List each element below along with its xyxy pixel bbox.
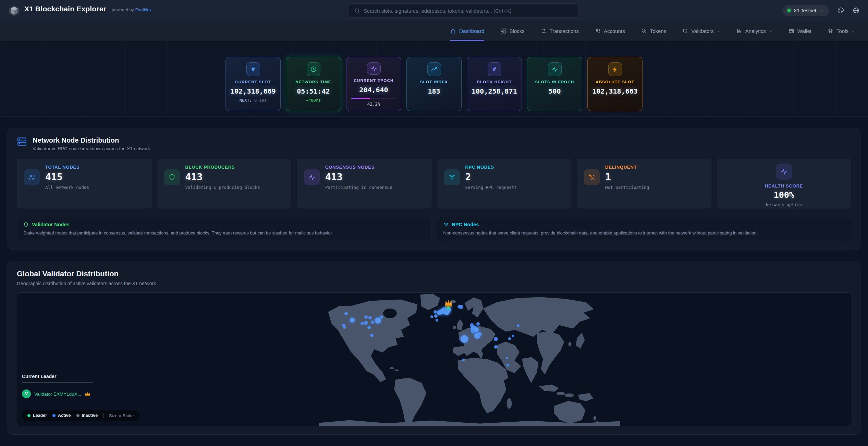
nav-item-accounts[interactable]: Accounts	[595, 21, 625, 41]
nav-item-dashboard[interactable]: Dashboard	[450, 21, 484, 41]
validator-dot[interactable]	[364, 321, 368, 325]
palette-icon[interactable]	[837, 7, 844, 14]
node-distribution-panel: Network Node Distribution Validator vs R…	[8, 128, 860, 250]
stat-value: 100,258,871	[472, 87, 517, 95]
validator-dot[interactable]	[506, 364, 509, 366]
validator-dot[interactable]	[368, 316, 372, 320]
node-card-label: HEALTH SCORE	[765, 183, 803, 189]
validator-dot[interactable]	[474, 327, 479, 332]
epoch-progress-bar	[351, 98, 396, 99]
validator-dot[interactable]	[380, 315, 383, 319]
validator-dot[interactable]	[478, 332, 482, 336]
validator-dot[interactable]	[367, 326, 371, 329]
stat-sub: NEXT: 0.19s	[240, 98, 267, 103]
validator-dot[interactable]	[506, 357, 508, 359]
node-card-value: 415	[45, 171, 89, 183]
validator-dot[interactable]	[512, 335, 514, 337]
stat-value: 102,318,663	[592, 87, 637, 95]
node-card-desc: Not participating	[605, 185, 649, 190]
stat-card-current-slot: # CURRENT SLOT 102,318,669 NEXT: 0.19s	[225, 57, 281, 111]
validator-dot[interactable]	[364, 315, 368, 319]
nav-item-tokens[interactable]: Tokens	[641, 21, 667, 41]
validator-dot[interactable]	[375, 317, 381, 324]
network-selector[interactable]: X1 Testnet	[782, 5, 829, 16]
validator-dot[interactable]	[371, 321, 374, 324]
node-card-desc: Serving RPC requests	[465, 185, 517, 190]
legend-item-active: Active	[52, 413, 71, 418]
validator-dot[interactable]	[517, 324, 519, 327]
validator-dot[interactable]	[508, 337, 511, 340]
main-nav: Dashboard Blocks Transactions Accounts T…	[0, 21, 868, 41]
nav-item-transactions[interactable]: Transactions	[541, 21, 579, 41]
nav-item-analytics[interactable]: Analytics	[736, 21, 772, 41]
node-card-consensus-nodes: CONSENSUS NODES 413 Participating in con…	[297, 159, 431, 208]
nav-item-blocks[interactable]: Blocks	[500, 21, 524, 41]
validator-dot[interactable]	[434, 314, 438, 318]
validator-dot[interactable]	[343, 326, 346, 329]
legend-item-inactive: Inactive	[76, 413, 98, 418]
header: X1 Blockchain Explorer powered byFortibl…	[0, 0, 868, 21]
users-icon	[24, 169, 40, 185]
current-leader-overlay: Current Leader V Validator EXMYLduX...	[22, 374, 101, 398]
node-card-desc: Validating & producing blocks	[185, 185, 260, 190]
validator-dot[interactable]	[461, 335, 468, 343]
current-leader-heading: Current Leader	[22, 374, 101, 379]
world-map-svg	[319, 293, 620, 426]
search-bar[interactable]	[349, 3, 578, 18]
crown-icon	[85, 391, 90, 397]
hash-icon: #	[488, 62, 501, 76]
node-info-row: Validator Nodes Stake-weighted nodes tha…	[17, 217, 851, 241]
validator-dot[interactable]	[360, 322, 364, 325]
globe-icon[interactable]	[853, 7, 860, 14]
validator-dot[interactable]	[370, 334, 374, 337]
shield-icon	[23, 222, 29, 227]
chevron-down-icon	[768, 29, 772, 33]
current-leader-name[interactable]: Validator EXMYLduX...	[34, 391, 81, 397]
node-card-health-score: HEALTH SCORE 100% Network uptime	[717, 159, 852, 208]
current-leader-row[interactable]: V Validator EXMYLduX...	[22, 389, 101, 398]
stat-value: 204,640	[359, 86, 388, 94]
legend-item-leader: Leader	[27, 413, 47, 418]
chevron-down-icon	[716, 29, 720, 33]
tokens-icon	[641, 28, 647, 34]
validator-dot[interactable]	[462, 359, 465, 361]
section-subtitle: Geographic distribution of active valida…	[17, 281, 851, 286]
validator-dot[interactable]	[433, 310, 437, 314]
info-title-row: RPC Nodes	[443, 222, 845, 227]
validator-dot[interactable]	[494, 337, 498, 341]
header-actions: X1 Testnet	[782, 5, 860, 16]
validator-dot[interactable]	[430, 315, 433, 318]
info-desc: Non-consensus nodes that serve client re…	[443, 230, 845, 236]
cube-logo-icon[interactable]	[8, 5, 20, 16]
divider	[22, 382, 93, 383]
validator-nodes-info: Validator Nodes Stake-weighted nodes tha…	[17, 217, 431, 241]
network-name: X1 Testnet	[794, 8, 816, 13]
validator-dot[interactable]	[350, 318, 355, 323]
stat-label: CURRENT SLOT	[235, 80, 271, 84]
inactive-dot	[76, 414, 80, 417]
nav-item-tools[interactable]: Tools	[828, 21, 855, 41]
wifi-icon	[444, 169, 460, 185]
validator-dot[interactable]	[476, 322, 480, 326]
search-input[interactable]	[364, 8, 573, 14]
stat-card-slots-in-epoch: SLOTS IN EPOCH 500	[527, 57, 582, 111]
node-card-value: 1	[605, 171, 649, 183]
nav-item-wallet[interactable]: Wallet	[788, 21, 811, 41]
validator-dot[interactable]	[459, 305, 463, 309]
stat-value: 05:51:42	[297, 87, 330, 95]
layers-icon	[828, 28, 833, 34]
world-map[interactable]: Current Leader V Validator EXMYLduX... L…	[17, 292, 851, 426]
stat-label: SLOT INDEX	[420, 80, 448, 84]
trend-up-icon	[427, 62, 441, 76]
nav-item-validators[interactable]: Validators	[682, 21, 720, 41]
validator-dot[interactable]	[494, 345, 498, 349]
fortiblox-link[interactable]: Fortiblox	[135, 8, 152, 12]
node-card-desc: Network uptime	[766, 202, 802, 207]
legend-note: Size ∝ Stake	[109, 413, 134, 418]
node-card-rpc-nodes: RPC NODES 2 Serving RPC requests	[437, 159, 572, 208]
validator-dot[interactable]	[436, 319, 438, 322]
node-card-desc: Participating in consensus	[325, 185, 392, 190]
validator-dot[interactable]	[344, 312, 348, 315]
divider	[103, 413, 103, 418]
node-card-value: 2	[465, 171, 517, 183]
